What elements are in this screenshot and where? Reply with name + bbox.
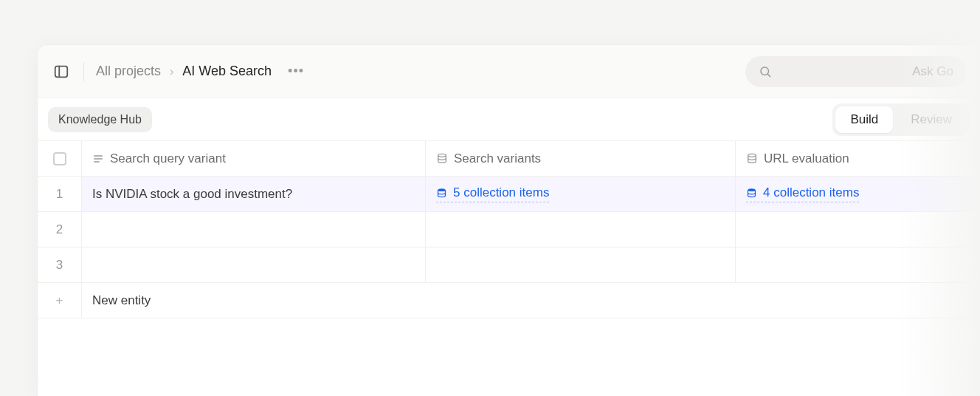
column-header-label: URL evaluation [764, 151, 849, 166]
column-header-url-eval[interactable]: URL evaluation [736, 141, 980, 177]
cell-query[interactable]: Is NVIDIA stock a good investment? [82, 177, 426, 212]
cell-variants[interactable] [426, 248, 736, 283]
divider [83, 62, 84, 81]
sidebar-toggle-button[interactable] [51, 61, 72, 82]
search-input[interactable]: Ask Go [745, 56, 967, 87]
segment-build[interactable]: Build [835, 106, 893, 133]
column-header-variants[interactable]: Search variants [426, 141, 736, 177]
svg-point-9 [438, 188, 446, 191]
text-icon [92, 153, 104, 165]
row-number[interactable]: 3 [38, 248, 82, 283]
app-window: All projects › AI Web Search ••• Ask Go … [37, 44, 980, 396]
column-header-label: Search query variant [110, 151, 226, 166]
knowledge-hub-pill[interactable]: Knowledge Hub [48, 107, 152, 132]
row-number[interactable]: 2 [38, 212, 82, 248]
svg-point-10 [748, 188, 756, 191]
breadcrumb: All projects › AI Web Search [96, 64, 272, 79]
collection-link[interactable]: 5 collection items [436, 185, 549, 202]
cell-variants[interactable]: 5 collection items [426, 177, 736, 212]
segment-review[interactable]: Review [896, 106, 967, 133]
collection-link-label: 5 collection items [453, 185, 549, 200]
collection-link-label: 4 collection items [763, 185, 859, 200]
database-icon [436, 188, 447, 199]
cell-url-eval[interactable] [736, 212, 980, 248]
data-table: Search query variant Search variants URL… [38, 141, 980, 318]
new-entity-plus[interactable]: + [38, 283, 82, 318]
column-header-label: Search variants [454, 151, 541, 166]
more-options-button[interactable]: ••• [283, 61, 308, 82]
plus-icon: + [56, 293, 63, 308]
select-all-header[interactable] [38, 141, 82, 177]
svg-rect-0 [55, 66, 68, 77]
database-icon [436, 153, 448, 165]
checkbox-icon [53, 152, 66, 165]
ellipsis-icon: ••• [288, 64, 304, 78]
mode-segmented-control: Build Review [832, 103, 970, 136]
column-header-query[interactable]: Search query variant [82, 141, 426, 177]
cell-query[interactable] [82, 212, 426, 248]
search-icon [759, 65, 772, 78]
new-entity-label: New entity [92, 293, 151, 308]
cell-url-eval[interactable]: 4 collection items [736, 177, 980, 212]
panel-left-icon [53, 64, 69, 80]
collection-link[interactable]: 4 collection items [746, 185, 859, 202]
topbar: All projects › AI Web Search ••• Ask Go [38, 45, 980, 98]
search-placeholder: Ask Go [868, 64, 953, 79]
svg-point-8 [748, 154, 756, 157]
chevron-right-icon: › [170, 65, 173, 78]
cell-url-eval[interactable] [736, 248, 980, 283]
database-icon [746, 153, 758, 165]
row-number[interactable]: 1 [38, 177, 82, 212]
database-icon [746, 188, 757, 199]
breadcrumb-root[interactable]: All projects [96, 64, 161, 79]
subheader: Knowledge Hub Build Review [38, 98, 980, 141]
svg-line-3 [767, 74, 770, 76]
svg-point-7 [438, 154, 446, 157]
breadcrumb-current[interactable]: AI Web Search [182, 64, 272, 79]
cell-variants[interactable] [426, 212, 736, 248]
cell-query[interactable] [82, 248, 426, 283]
new-entity-button[interactable]: New entity [82, 283, 980, 318]
